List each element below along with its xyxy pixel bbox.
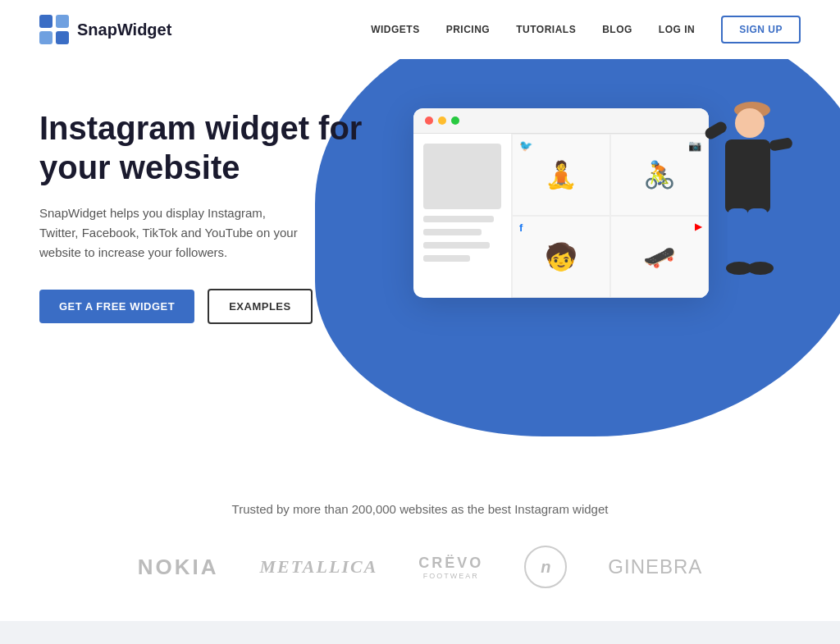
svg-rect-7 <box>703 120 728 141</box>
svg-point-5 <box>735 108 765 138</box>
trusted-text: Trusted by more than 200,000 websites as… <box>39 502 801 516</box>
browser-mockup: 🐦 🧘 📷 🚴 f 🧒 ▶ 🛹 <box>413 108 709 298</box>
sidebar-line-3 <box>423 242 490 249</box>
svg-rect-10 <box>747 208 768 266</box>
youtube-illustration: 🛹 <box>643 241 676 272</box>
nav-pricing[interactable]: PRICING <box>446 24 491 35</box>
browser-dot-yellow <box>438 116 446 125</box>
trusted-section: Trusted by more than 200,000 websites as… <box>0 453 840 621</box>
person-illustration <box>688 75 795 313</box>
browser-dot-green <box>451 116 459 125</box>
hero-buttons: GET A FREE WIDGET EXAMPLES <box>39 289 384 324</box>
n-logo: n <box>524 546 567 588</box>
hero-section: Instagram widget for your website SnapWi… <box>0 59 840 453</box>
navbar: SnapWidget WIDGETS PRICING TUTORIALS BLO… <box>0 0 840 59</box>
hero-title: Instagram widget for your website <box>39 108 384 187</box>
metallica-logo: Metallica <box>259 556 377 578</box>
sidebar-line-1 <box>423 216 494 222</box>
browser-body: 🐦 🧘 📷 🚴 f 🧒 ▶ 🛹 <box>413 134 709 298</box>
nav-tutorials[interactable]: TUTORIALS <box>516 24 576 35</box>
crevo-logo: CRËVO FOOTWEAR <box>418 555 483 580</box>
svg-rect-6 <box>725 139 770 213</box>
browser-bar <box>413 108 709 134</box>
twitter-illustration: 🧘 <box>545 159 578 190</box>
logo-text: SnapWidget <box>77 21 171 39</box>
svg-rect-9 <box>728 208 748 266</box>
svg-rect-2 <box>39 31 52 44</box>
facebook-illustration: 🧒 <box>545 241 578 272</box>
nav-login[interactable]: LOG IN <box>659 24 695 35</box>
nokia-logo: NOKIA <box>138 555 219 580</box>
nav-widgets[interactable]: WIDGETS <box>371 24 420 35</box>
stats-section: 118 Widgets Installed Today ↑ 12.9M+ Dai… <box>0 621 840 644</box>
browser-sidebar <box>413 134 512 298</box>
twitter-icon: 🐦 <box>519 139 532 152</box>
twitter-cell: 🐦 🧘 <box>512 134 610 216</box>
signup-button[interactable]: SIGN UP <box>721 16 801 43</box>
sidebar-line-4 <box>423 255 470 262</box>
hero-description: SnapWidget helps you display Instagram, … <box>39 203 302 263</box>
logo-icon <box>39 15 69 44</box>
hero-content: Instagram widget for your website SnapWi… <box>39 92 384 324</box>
browser-grid: 🐦 🧘 📷 🚴 f 🧒 ▶ 🛹 <box>512 134 709 298</box>
ginebra-logo: ginebra <box>608 555 702 578</box>
svg-rect-0 <box>39 15 52 28</box>
examples-button[interactable]: EXAMPLES <box>208 289 313 324</box>
nav-blog[interactable]: BLOG <box>602 24 632 35</box>
trusted-logos: NOKIA Metallica CRËVO FOOTWEAR n ginebra <box>39 546 801 588</box>
sidebar-line-2 <box>423 229 482 235</box>
svg-rect-3 <box>56 31 69 44</box>
svg-rect-1 <box>56 15 69 28</box>
facebook-cell: f 🧒 <box>512 216 610 298</box>
logo[interactable]: SnapWidget <box>39 15 171 44</box>
nav-links: WIDGETS PRICING TUTORIALS BLOG LOG IN SI… <box>371 16 801 43</box>
instagram-illustration: 🚴 <box>643 159 676 190</box>
svg-rect-8 <box>769 137 793 152</box>
browser-dot-red <box>425 116 433 125</box>
facebook-icon: f <box>519 222 523 234</box>
sidebar-image-block <box>423 144 501 209</box>
svg-point-12 <box>747 262 774 275</box>
get-free-widget-button[interactable]: GET A FREE WIDGET <box>39 290 194 323</box>
